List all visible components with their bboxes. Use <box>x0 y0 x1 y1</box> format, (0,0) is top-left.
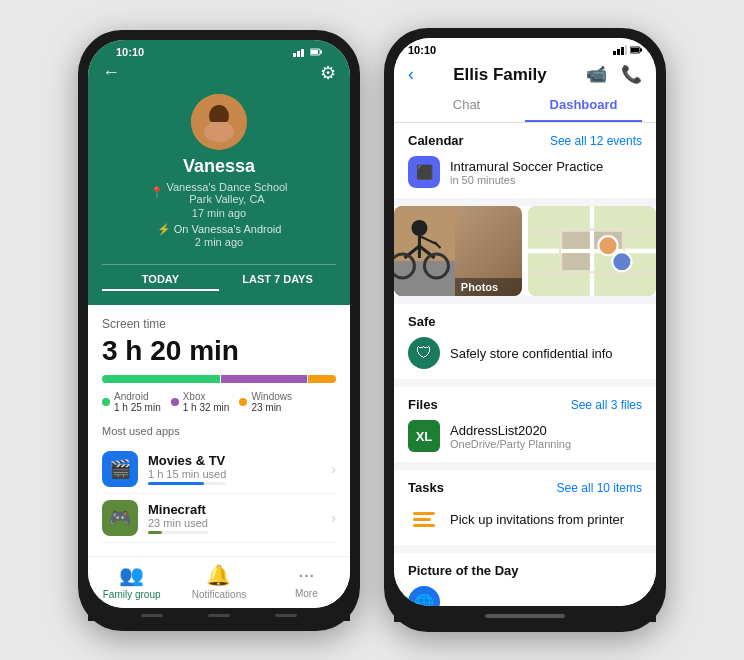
task-icon <box>408 503 440 535</box>
nav-notifications[interactable]: 🔔 Notifications <box>175 563 262 600</box>
back-row: ← ⚙ <box>102 62 336 84</box>
right-back-button[interactable]: ‹ <box>408 64 414 85</box>
app-item-movies[interactable]: 🎬 Movies & TV 1 h 15 min used › <box>102 445 336 494</box>
right-header-icons: 📹 📞 <box>586 64 642 85</box>
bottom-nav: 👥 Family group 🔔 Notifications ··· More <box>88 556 350 608</box>
svg-rect-1 <box>297 51 300 57</box>
event-time: in 50 minutes <box>450 174 603 186</box>
minecraft-name: Minecraft <box>148 502 208 517</box>
tab-chat[interactable]: Chat <box>408 91 525 122</box>
svg-point-36 <box>598 236 617 255</box>
right-screen: 10:10 ‹ Ellis Family 📹 📞 <box>394 38 656 606</box>
left-status-icons <box>293 47 322 57</box>
photo-svg <box>394 206 455 296</box>
screen-time-section: Screen time 3 h 20 min Android 1 h 25 mi… <box>88 305 350 556</box>
minecraft-icon: 🎮 <box>102 500 138 536</box>
more-icon: ··· <box>298 563 315 586</box>
calendar-item[interactable]: ⬛ Intramural Soccer Practice in 50 minut… <box>408 156 642 188</box>
right-phone: 10:10 ‹ Ellis Family 📹 📞 <box>384 28 666 632</box>
video-call-icon[interactable]: 📹 <box>586 64 607 85</box>
tasks-header: Tasks See all 10 items <box>408 480 642 495</box>
profile-device: ⚡ On Vanessa's Android <box>157 223 282 236</box>
svg-point-37 <box>612 252 631 271</box>
location-pin-icon: 📍 <box>150 186 164 199</box>
event-title: Intramural Soccer Practice <box>450 159 603 174</box>
task-item[interactable]: Pick up invitations from printer <box>408 503 642 535</box>
picture-title: Picture of the Day <box>408 563 519 578</box>
left-header: 10:10 ← ⚙ <box>88 40 350 305</box>
movies-time: 1 h 15 min used <box>148 468 226 480</box>
family-group-icon: 👥 <box>119 563 144 587</box>
tab-dashboard[interactable]: Dashboard <box>525 91 642 122</box>
screen-time-bar <box>102 375 336 383</box>
files-header: Files See all 3 files <box>408 397 642 412</box>
right-header: ‹ Ellis Family 📹 📞 Chat Dashboard <box>394 60 656 123</box>
calendar-section: Calendar See all 12 events ⬛ Intramural … <box>394 123 656 198</box>
app-item-minecraft[interactable]: 🎮 Minecraft 23 min used › <box>102 494 336 543</box>
profile-time-ago: 17 min ago <box>192 207 246 219</box>
photos-label: Photos <box>455 278 522 296</box>
file-name: AddressList2020 <box>450 423 571 438</box>
screen-time-legend: Android 1 h 25 min Xbox 1 h 32 min <box>102 391 336 413</box>
task-text: Pick up invitations from printer <box>450 512 624 527</box>
files-section: Files See all 3 files XL AddressList2020… <box>394 387 656 462</box>
settings-button[interactable]: ⚙ <box>320 62 336 84</box>
photos-map-section: Photos <box>394 206 656 296</box>
svg-rect-11 <box>621 47 624 55</box>
files-title: Files <box>408 397 438 412</box>
android-dot <box>102 398 110 406</box>
pulse-icon: ⚡ <box>157 223 171 236</box>
phone-call-icon[interactable]: 📞 <box>621 64 642 85</box>
svg-rect-14 <box>631 48 639 52</box>
bar-windows <box>308 375 336 383</box>
profile-name: Vanessa <box>183 156 255 177</box>
back-button[interactable]: ← <box>102 62 120 83</box>
profile-location: 📍 Vanessa's Dance SchoolPark Valley, CA <box>150 181 287 205</box>
tasks-section: Tasks See all 10 items Pick up invitatio… <box>394 470 656 545</box>
dashboard-content: Calendar See all 12 events ⬛ Intramural … <box>394 123 656 606</box>
svg-rect-4 <box>311 50 318 54</box>
tab-today[interactable]: TODAY <box>102 265 219 291</box>
picture-item[interactable]: 🌐 <box>408 586 642 606</box>
most-used-label: Most used apps <box>102 425 336 437</box>
right-battery-icon <box>630 45 642 55</box>
svg-rect-2 <box>301 49 304 57</box>
left-status-bar: 10:10 <box>102 40 336 62</box>
nav-more[interactable]: ··· More <box>263 563 350 600</box>
file-path: OneDrive/Party Planning <box>450 438 571 450</box>
photos-map-row: Photos <box>394 206 656 296</box>
right-time: 10:10 <box>408 44 436 56</box>
photos-thumbnail[interactable]: Photos <box>394 206 522 296</box>
picture-section: Picture of the Day 🌐 <box>394 553 656 606</box>
nav-family-group-label: Family group <box>103 589 161 600</box>
calendar-header: Calendar See all 12 events <box>408 133 642 148</box>
tab-last7days[interactable]: LAST 7 DAYS <box>219 265 336 291</box>
home-ind-circle <box>208 614 230 617</box>
right-header-top: ‹ Ellis Family 📹 📞 <box>408 64 642 85</box>
tasks-see-all[interactable]: See all 10 items <box>557 481 642 495</box>
map-thumbnail[interactable] <box>528 206 656 296</box>
calendar-see-all[interactable]: See all 12 events <box>550 134 642 148</box>
safe-item[interactable]: 🛡 Safely store confidential info <box>408 337 642 369</box>
legend-android: Android 1 h 25 min <box>102 391 161 413</box>
home-indicator <box>88 608 350 621</box>
left-time: 10:10 <box>116 46 144 58</box>
screen-time-label: Screen time <box>102 317 336 331</box>
files-see-all[interactable]: See all 3 files <box>571 398 642 412</box>
legend-xbox: Xbox 1 h 32 min <box>171 391 230 413</box>
nav-family-group[interactable]: 👥 Family group <box>88 563 175 600</box>
windows-dot <box>239 398 247 406</box>
avatar <box>191 94 247 150</box>
right-status-bar-wrapper: 10:10 <box>394 38 656 60</box>
tasks-title: Tasks <box>408 480 444 495</box>
calendar-event-icon: ⬛ <box>408 156 440 188</box>
safe-icon: 🛡 <box>408 337 440 369</box>
svg-rect-12 <box>625 45 627 55</box>
signal-icon <box>293 47 307 57</box>
legend-windows: Windows 23 min <box>239 391 292 413</box>
bar-android <box>102 375 220 383</box>
file-item[interactable]: XL AddressList2020 OneDrive/Party Planni… <box>408 420 642 452</box>
notifications-icon: 🔔 <box>206 563 231 587</box>
right-header-title: Ellis Family <box>453 65 547 85</box>
map-svg <box>528 206 656 296</box>
